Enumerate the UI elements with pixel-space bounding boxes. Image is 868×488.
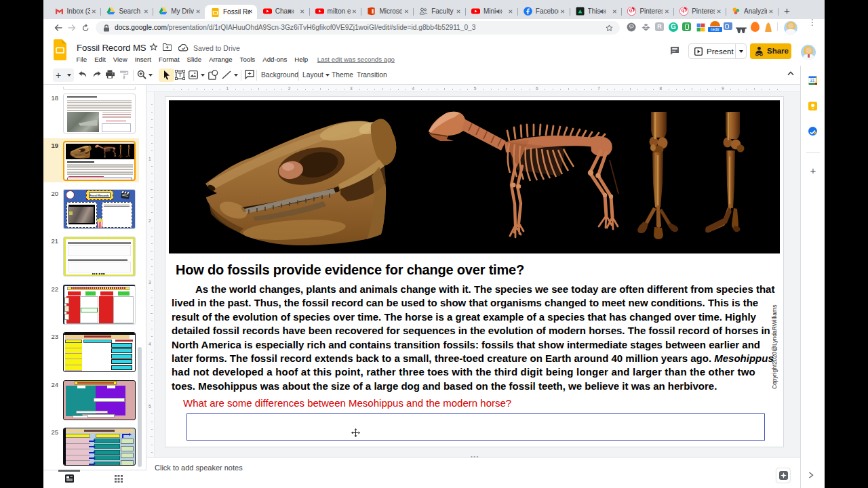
svg-text:31: 31 — [810, 78, 815, 83]
